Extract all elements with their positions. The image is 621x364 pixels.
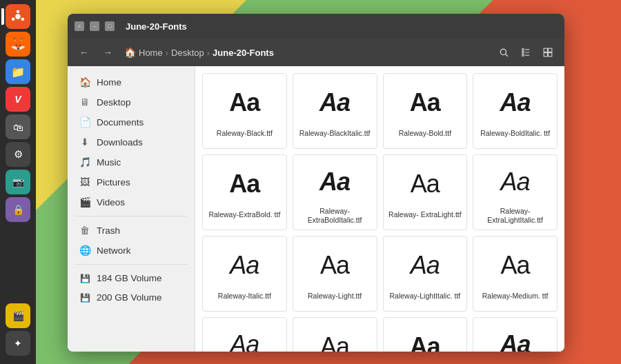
font-filename: Raleway- ExtraBoldItalic.ttf: [296, 207, 374, 225]
breadcrumb-home[interactable]: Home: [139, 48, 163, 58]
font-preview: Aa: [386, 161, 464, 208]
font-preview: Aa: [296, 323, 374, 352]
maximize-button[interactable]: □: [105, 21, 115, 31]
font-preview: Aa: [476, 79, 554, 126]
svg-rect-8: [522, 52, 524, 53]
sidebar-item-documents-label: Documents: [97, 117, 144, 128]
file-item[interactable]: AaRaleway-Italic.ttf: [202, 236, 287, 312]
font-preview: Aa: [386, 79, 464, 126]
app-icon-purple[interactable]: 🔒: [6, 197, 30, 222]
window-title: June-20-Fonts: [126, 21, 187, 32]
sidebar-item-desktop[interactable]: 🖥 Desktop: [70, 92, 192, 112]
svg-point-3: [21, 17, 25, 21]
font-filename: Raleway- ExtraLight.ttf: [388, 210, 462, 220]
svg-point-5: [500, 49, 506, 54]
file-item[interactable]: AaRaleway-BlackItalic.ttf: [293, 73, 377, 149]
sidebar-item-videos[interactable]: 🎬 Videos: [70, 192, 192, 212]
font-preview: Aa: [296, 79, 374, 126]
sidebar-item-volume-200-label: 200 GB Volume: [97, 292, 162, 303]
minimize-button[interactable]: –: [90, 21, 99, 31]
svg-point-4: [12, 17, 15, 21]
file-item[interactable]: AaRaleway- MediumItalic.ttf: [202, 317, 287, 352]
sidebar-item-desktop-label: Desktop: [97, 97, 131, 108]
music-sidebar-icon: 🎵: [79, 156, 91, 168]
home-icon: 🏠: [124, 47, 136, 58]
vlc-icon[interactable]: 🎬: [6, 303, 30, 328]
grid-view-button[interactable]: [538, 43, 558, 62]
titlebar: × – □ June-20-Fonts: [68, 14, 564, 39]
file-grid: AaRaleway-Black.ttfAaRaleway-BlackItalic…: [195, 66, 564, 352]
vivaldi-icon[interactable]: V: [6, 87, 30, 112]
app-icon-teal[interactable]: 📷: [6, 170, 30, 194]
svg-line-6: [506, 54, 508, 57]
sidebar-item-downloads[interactable]: ⬇ Downloads: [70, 132, 192, 152]
sidebar-item-volume-200[interactable]: 💾 200 GB Volume: [70, 288, 192, 307]
font-preview: Aa: [206, 161, 284, 208]
file-item[interactable]: AaRaleway-Black.ttf: [202, 73, 287, 149]
sidebar-item-home-label: Home: [97, 77, 121, 88]
software-center-icon[interactable]: 🛍: [6, 114, 30, 139]
font-preview: Aa: [206, 79, 284, 126]
breadcrumb: 🏠 Home › Desktop › June-20-Fonts: [124, 47, 490, 58]
main-content: 🏠 Home 🖥 Desktop 📄 Documents ⬇ Downloads…: [68, 66, 564, 352]
svg-rect-13: [544, 48, 547, 52]
volume-200-icon: 💾: [79, 293, 91, 303]
volume-184-icon: 💾: [79, 274, 91, 283]
font-filename: Raleway- ExtraLightItalic.ttf: [476, 207, 554, 225]
font-preview: Aa: [476, 161, 554, 204]
breadcrumb-desktop[interactable]: Desktop: [171, 48, 204, 58]
file-item[interactable]: AaRaleway-Medium. ttf: [473, 236, 558, 312]
firefox-icon[interactable]: 🦊: [6, 32, 30, 57]
sidebar-item-music[interactable]: 🎵 Music: [70, 152, 192, 172]
sidebar-item-documents[interactable]: 📄 Documents: [70, 112, 192, 132]
files-icon[interactable]: 📁: [6, 59, 30, 84]
network-sidebar-icon: 🌐: [79, 245, 91, 256]
breadcrumb-current[interactable]: June-20-Fonts: [213, 48, 274, 58]
list-view-button[interactable]: [516, 43, 535, 62]
file-item[interactable]: AaRaleway-Regular.ttf: [293, 317, 377, 352]
sidebar-item-volume-184[interactable]: 💾 184 GB Volume: [70, 269, 192, 287]
font-filename: Raleway-Bold.ttf: [399, 129, 451, 139]
settings-icon[interactable]: ⚙: [6, 142, 30, 167]
svg-rect-9: [522, 54, 524, 56]
videos-sidebar-icon: 🎬: [79, 196, 91, 208]
svg-rect-14: [549, 48, 552, 52]
sidebar-separator-1: [75, 216, 188, 216]
file-item[interactable]: AaRaleway-ExtraBold. ttf: [202, 154, 287, 230]
file-item[interactable]: AaRaleway-BoldItalic. ttf: [473, 73, 558, 149]
font-filename: Raleway-Italic.ttf: [218, 292, 271, 301]
file-item[interactable]: AaRaleway- ExtraLight.ttf: [383, 154, 468, 230]
svg-rect-15: [544, 53, 547, 57]
file-item[interactable]: AaRaleway-SemiBold. ttf: [383, 317, 468, 352]
forward-button[interactable]: →: [98, 43, 117, 62]
close-button[interactable]: ×: [75, 21, 84, 31]
sidebar-item-pictures[interactable]: 🖼 Pictures: [70, 172, 192, 192]
file-item[interactable]: AaRaleway- SemiBoldItalic.ttf: [473, 317, 558, 352]
ubuntu-icon[interactable]: [6, 4, 30, 29]
back-button[interactable]: ←: [75, 43, 94, 62]
font-preview: Aa: [206, 242, 284, 289]
font-preview: Aa: [296, 242, 374, 289]
sidebar-item-network[interactable]: 🌐 Network: [70, 241, 192, 260]
window-controls: × – □: [75, 21, 115, 31]
bottom-icon[interactable]: ✦: [6, 331, 30, 356]
search-button[interactable]: [494, 43, 513, 62]
font-preview: Aa: [386, 242, 464, 289]
sidebar-item-trash[interactable]: 🗑 Trash: [70, 221, 192, 240]
sidebar-item-home[interactable]: 🏠 Home: [70, 72, 192, 92]
file-item[interactable]: AaRaleway-Light.ttf: [293, 236, 377, 312]
toolbar: ← → 🏠 Home › Desktop › June-20-Fonts: [68, 39, 564, 66]
file-item[interactable]: AaRaleway-Bold.ttf: [383, 73, 468, 149]
home-sidebar-icon: 🏠: [79, 77, 91, 88]
taskbar: 🦊 📁 V 🛍 ⚙ 📷 🔒 🎬 ✦: [0, 0, 36, 364]
sidebar-item-downloads-label: Downloads: [97, 137, 143, 148]
sidebar-separator-2: [75, 264, 188, 265]
sidebar-item-network-label: Network: [97, 245, 131, 256]
font-filename: Raleway-Black.ttf: [217, 129, 273, 139]
svg-point-2: [17, 10, 20, 13]
font-preview: Aa: [206, 323, 284, 352]
file-item[interactable]: AaRaleway-LightItalic. ttf: [383, 236, 468, 312]
sidebar: 🏠 Home 🖥 Desktop 📄 Documents ⬇ Downloads…: [68, 66, 195, 352]
file-item[interactable]: AaRaleway- ExtraBoldItalic.ttf: [293, 154, 377, 230]
file-item[interactable]: AaRaleway- ExtraLightItalic.ttf: [473, 154, 558, 230]
